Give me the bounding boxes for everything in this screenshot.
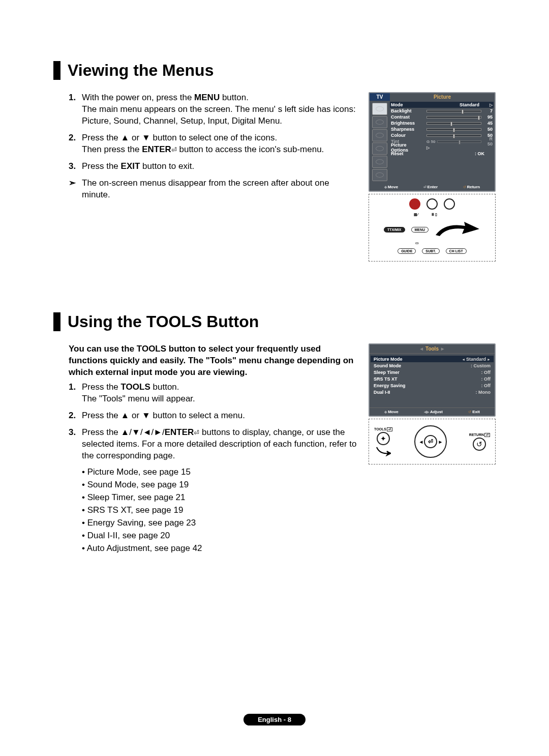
remote-red-button bbox=[409, 198, 420, 210]
tools-row-value: : Mono bbox=[476, 390, 491, 395]
tools-row: Picture ModeStandard bbox=[371, 356, 494, 362]
tools-row-value: : Off bbox=[481, 383, 491, 388]
osd-row: Colour50 bbox=[391, 132, 493, 138]
footer-label: English - 8 bbox=[243, 714, 306, 725]
osd-row-label: Brightness bbox=[391, 121, 424, 126]
tools-step3: Press the ▲/▼/◄/►/ENTER⏎ buttons to disp… bbox=[82, 427, 358, 462]
subt-button: SUBT. bbox=[422, 248, 439, 254]
osd-row: ModeStandard▷ bbox=[390, 102, 494, 108]
input-icon bbox=[372, 156, 387, 168]
section1-text: 1. With the power on, press the MENU but… bbox=[53, 92, 358, 261]
osd-title: Picture bbox=[390, 93, 495, 101]
ref-item: • Dual I-II, see page 20 bbox=[82, 530, 358, 542]
nav-exit: Exit bbox=[468, 410, 480, 414]
return-label: RETURN⏎ bbox=[469, 433, 490, 437]
tools-osd-title: Tools bbox=[370, 344, 495, 354]
osd-row: Picture Options▷ bbox=[391, 144, 493, 151]
section2-text: You can use the TOOLS button to select y… bbox=[53, 343, 358, 556]
dpad: ◄ ⏎ ► bbox=[414, 425, 447, 458]
return-remote-button: ↺ bbox=[473, 438, 486, 451]
tools-row: Dual I-II: Mono bbox=[374, 389, 491, 395]
step1-text: With the power on, press the MENU button… bbox=[82, 92, 358, 127]
ref-item: • SRS TS XT, see page 19 bbox=[82, 505, 358, 516]
osd-row: Reset: OK bbox=[391, 151, 493, 157]
ttx-mix-button: TTX/MIX bbox=[384, 227, 405, 232]
osd-row: TintG 50R 50 bbox=[391, 138, 493, 144]
tools-row: SRS TS XT: Off bbox=[374, 375, 491, 382]
tools-option-list: Picture ModeStandardSound Mode: CustomSl… bbox=[370, 354, 495, 408]
osd-row: Sharpness50 bbox=[391, 126, 493, 132]
tools-row-label: SRS TS XT bbox=[374, 376, 398, 382]
tools-step2: Press the ▲ or ▼ button to select a menu… bbox=[82, 410, 245, 422]
sound-icon bbox=[372, 116, 387, 128]
nav-enter: Enter bbox=[423, 185, 438, 189]
tools-remote-button: ✦ bbox=[377, 432, 390, 445]
tools-row: Sleep Timer: Off bbox=[374, 369, 491, 375]
ref-item: • Sound Mode, see page 19 bbox=[82, 479, 358, 491]
nav-return: Return bbox=[463, 185, 480, 189]
remote-diagram-2: TOOLS⏎ ✦ ◄ ⏎ ► RETURN⏎ ↺ bbox=[369, 419, 496, 464]
remote-yellow-button bbox=[444, 198, 455, 210]
chlist-button: CH LIST bbox=[446, 248, 467, 254]
osd-tools-menu: Tools Picture ModeStandardSound Mode: Cu… bbox=[369, 343, 496, 417]
step2-text: Press the ▲ or ▼ button to select one of… bbox=[82, 132, 324, 156]
tools-row: Sound Mode: Custom bbox=[374, 362, 491, 369]
osd-row-label: Tint bbox=[391, 139, 424, 144]
heading-viewing-menus: Viewing the Menus bbox=[53, 61, 496, 80]
teletext-icon: ▤⁄ bbox=[414, 213, 418, 217]
heading-tools-button: Using the TOOLS Button bbox=[53, 312, 496, 331]
ref-item: • Picture Mode, see page 15 bbox=[82, 467, 358, 478]
dpad-left-icon: ◄ bbox=[418, 439, 423, 445]
ref-list: • Picture Mode, see page 15• Sound Mode,… bbox=[69, 467, 358, 555]
tools-row-value: : Off bbox=[481, 370, 491, 375]
tools-row-label: Sound Mode bbox=[374, 363, 401, 368]
nav-move: Move bbox=[384, 185, 398, 189]
picture-icon bbox=[372, 103, 387, 115]
cc-icon: ▭ bbox=[415, 241, 419, 245]
osd-row-label: Reset bbox=[391, 151, 424, 156]
section2-intro: You can use the TOOLS button to select y… bbox=[69, 343, 358, 379]
osd-row-label: Colour bbox=[391, 133, 424, 138]
tools-row-value: Standard bbox=[462, 357, 491, 362]
remote-green-button bbox=[426, 198, 438, 210]
step3-text: Press the EXIT button to exit. bbox=[82, 161, 194, 172]
osd-row-label: Backlight bbox=[391, 108, 424, 113]
step-number: 1. bbox=[69, 382, 82, 405]
guide-button: GUIDE bbox=[398, 248, 416, 254]
note-arrow-icon: ➣ bbox=[69, 178, 82, 201]
tools-step1: Press the TOOLS button. The "Tools" menu… bbox=[82, 382, 195, 405]
page-footer: English - 8 bbox=[0, 714, 549, 725]
nav-adjust: Adjust bbox=[424, 410, 443, 414]
osd-row-label: Sharpness bbox=[391, 127, 424, 132]
tools-nav-hints: Move Adjust Exit bbox=[370, 408, 495, 416]
ref-item: • Auto Adjustment, see page 42 bbox=[82, 543, 358, 555]
tools-row: Energy Saving: Off bbox=[374, 382, 491, 389]
step-number: 3. bbox=[69, 427, 82, 462]
pointer-arrow-icon bbox=[376, 446, 391, 456]
tools-row-label: Energy Saving bbox=[374, 383, 406, 388]
ref-item: • Energy Saving, see page 23 bbox=[82, 517, 358, 529]
step-number: 2. bbox=[69, 132, 82, 156]
step-number: 3. bbox=[69, 161, 82, 172]
menu-button: MENU bbox=[411, 227, 429, 232]
tools-row-label: Dual I-II bbox=[374, 390, 390, 395]
osd-row: Contrast95 bbox=[391, 114, 493, 120]
pointer-arrow-icon bbox=[435, 220, 480, 239]
digital-menu-icon bbox=[372, 169, 387, 181]
osd-picture-menu: TV Picture ModeStandard▷Backlight7Contra… bbox=[369, 92, 496, 192]
section1-row: 1. With the power on, press the MENU but… bbox=[53, 92, 496, 261]
osd-icon-column bbox=[370, 101, 390, 183]
osd-row-label: Mode bbox=[391, 102, 424, 107]
osd-row-label: Contrast bbox=[391, 114, 424, 120]
dual-icon: Ⅲ ▯ bbox=[432, 213, 437, 217]
remote-diagram-1: ▤⁄ Ⅲ ▯ TTX/MIX MENU ▭ GUIDE SUBT. CH LIS… bbox=[369, 194, 496, 261]
osd-row: Brightness45 bbox=[391, 120, 493, 126]
dpad-right-icon: ► bbox=[438, 439, 443, 445]
dpad-enter-button: ⏎ bbox=[424, 435, 437, 448]
tools-row-label: Sleep Timer bbox=[374, 370, 400, 375]
tools-label: TOOLS⏎ bbox=[374, 427, 392, 431]
note-text: The on-screen menus disappear from the s… bbox=[82, 178, 358, 201]
nav-move: Move bbox=[384, 410, 398, 414]
osd-tv-label: TV bbox=[370, 93, 390, 101]
osd-option-list: ModeStandard▷Backlight7Contrast95Brightn… bbox=[390, 101, 495, 183]
